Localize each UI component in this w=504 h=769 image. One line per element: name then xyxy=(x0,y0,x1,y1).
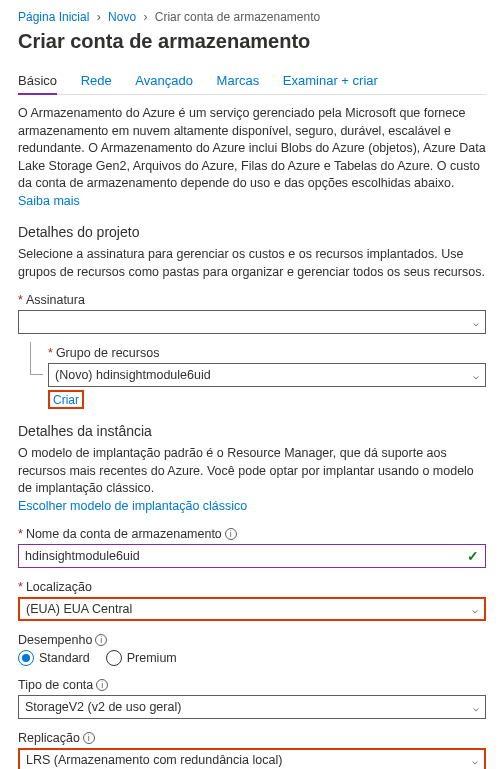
account-kind-select[interactable]: StorageV2 (v2 de uso geral) ⌵ xyxy=(18,695,486,719)
subscription-select[interactable]: ⌵ xyxy=(18,310,486,334)
chevron-down-icon: ⌵ xyxy=(472,604,478,615)
tab-rede[interactable]: Rede xyxy=(81,67,112,94)
info-icon[interactable]: i xyxy=(83,732,95,744)
chevron-down-icon: ⌵ xyxy=(472,755,478,766)
resource-group-label: *Grupo de recursos xyxy=(48,346,486,360)
chevron-right-icon: › xyxy=(143,10,147,24)
tab-marcas[interactable]: Marcas xyxy=(217,67,260,94)
breadcrumb-current: Criar conta de armazenamento xyxy=(155,10,320,24)
create-new-link[interactable]: Criar xyxy=(53,393,79,407)
instance-details-heading: Detalhes da instância xyxy=(18,423,486,439)
replication-select[interactable]: LRS (Armazenamento com redundância local… xyxy=(18,748,486,769)
tab-basico[interactable]: Básico xyxy=(18,67,57,95)
storage-name-input[interactable]: hdinsightmodule6uid ✓ xyxy=(18,544,486,568)
performance-label: Desempenho i xyxy=(18,633,486,647)
subscription-label: *Assinatura xyxy=(18,293,486,307)
check-icon: ✓ xyxy=(467,548,479,564)
create-new-highlight: Criar xyxy=(48,390,84,409)
performance-premium-radio[interactable]: Premium xyxy=(106,650,177,666)
page-title: Criar conta de armazenamento xyxy=(18,30,486,53)
account-kind-label: Tipo de conta i xyxy=(18,678,486,692)
intro-text: O Armazenamento do Azure é um serviço ge… xyxy=(18,105,486,210)
location-select[interactable]: (EUA) EUA Central ⌵ xyxy=(18,597,486,621)
chevron-down-icon: ⌵ xyxy=(473,317,479,328)
tab-avancado[interactable]: Avançado xyxy=(135,67,193,94)
breadcrumb: Página Inicial › Novo › Criar conta de a… xyxy=(18,10,486,24)
tab-examinar[interactable]: Examinar + criar xyxy=(283,67,378,94)
instance-details-desc: O modelo de implantação padrão é o Resou… xyxy=(18,445,486,515)
info-icon[interactable]: i xyxy=(225,528,237,540)
info-icon[interactable]: i xyxy=(96,679,108,691)
breadcrumb-home[interactable]: Página Inicial xyxy=(18,10,89,24)
location-label: *Localização xyxy=(18,580,486,594)
resource-group-select[interactable]: (Novo) hdinsightmodule6uid ⌵ xyxy=(48,363,486,387)
performance-standard-radio[interactable]: Standard xyxy=(18,650,90,666)
storage-name-label: *Nome da conta de armazenamento i xyxy=(18,527,486,541)
tab-bar: Básico Rede Avançado Marcas Examinar + c… xyxy=(18,67,486,95)
chevron-down-icon: ⌵ xyxy=(473,370,479,381)
learn-more-link[interactable]: Saiba mais xyxy=(18,194,80,208)
info-icon[interactable]: i xyxy=(95,634,107,646)
breadcrumb-new[interactable]: Novo xyxy=(108,10,136,24)
chevron-right-icon: › xyxy=(97,10,101,24)
replication-label: Replicação i xyxy=(18,731,486,745)
project-details-heading: Detalhes do projeto xyxy=(18,224,486,240)
classic-model-link[interactable]: Escolher modelo de implantação clássico xyxy=(18,499,247,513)
chevron-down-icon: ⌵ xyxy=(473,702,479,713)
project-details-desc: Selecione a assinatura para gerenciar os… xyxy=(18,246,486,281)
